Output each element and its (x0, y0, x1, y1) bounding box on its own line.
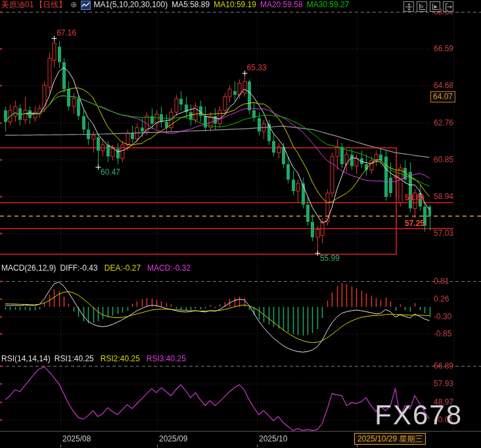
chart-header: 美原油01 【日线】 ⊕ MA1(5,10,20,30,100) MA5:58.… (1, 0, 349, 10)
y-axis-label: -0.30 (434, 312, 451, 321)
x-axis-label: 2025/10 (259, 434, 287, 443)
macd-value: MACD:-0.32 (147, 264, 191, 273)
high-price-annotation: 67.16 (57, 28, 76, 37)
chart-toolbar (403, 1, 453, 12)
pan-right-icon[interactable] (443, 1, 453, 12)
ma10-value: MA10:59.19 (214, 0, 256, 10)
x-axis-label: 2025/09 (159, 434, 187, 443)
ma30-value: MA30:59.27 (307, 0, 350, 10)
macd-dea-value: DEA:-0.27 (104, 264, 141, 273)
current-date-label: 2025/10/29 星期三 (354, 433, 426, 445)
level-label: 58.60 (405, 193, 424, 202)
y-axis-label: -0.85 (434, 329, 451, 338)
macd-title: MACD(26,12,9) (1, 264, 56, 273)
ma20-value: MA20:59.58 (260, 0, 303, 10)
y-axis-label: 62.76 (434, 118, 453, 127)
scale-y-axis-icon[interactable] (417, 1, 427, 12)
symbol-title: 美原油01 (1, 0, 34, 10)
level-label: 57.25 (405, 219, 424, 228)
x-axis-label: 2025/08 (62, 434, 91, 443)
rsi2-value: RSI2:40.25 (101, 355, 140, 363)
add-indicator-icon[interactable]: ⊕ (70, 0, 77, 10)
mini-chart-icon[interactable] (81, 1, 91, 10)
ma5-value: MA5:58.89 (172, 0, 210, 10)
macd-diff-value: DIFF:-0.43 (60, 264, 97, 273)
watermark: FX678 (375, 399, 463, 431)
low-price-annotation: 60.47 (101, 168, 120, 177)
scale-x-axis-icon[interactable] (430, 1, 440, 12)
y-axis-label: 0.81 (434, 277, 449, 286)
boxed-price-label: 64.07 (430, 91, 455, 102)
y-axis-label: 0.26 (434, 294, 449, 303)
y-axis-label: 60.85 (434, 155, 453, 164)
high-price-annotation: 65.33 (247, 63, 267, 72)
move-icon[interactable] (403, 1, 414, 12)
y-axis-label: 58.94 (434, 192, 453, 201)
trading-chart-window: 美原油01 【日线】 ⊕ MA1(5,10,20,30,100) MA5:58.… (0, 0, 481, 448)
rsi-title: RSI(14,14,14) (1, 355, 51, 363)
y-axis-label: 57.03 (434, 229, 453, 238)
period-selector[interactable]: 【日线】 (35, 0, 66, 10)
y-axis-label: 66.59 (434, 44, 453, 53)
y-axis-label: 64.68 (434, 81, 453, 90)
y-axis-label: 57.93 (434, 379, 453, 388)
low-price-annotation: 55.99 (320, 254, 340, 263)
x-axis: 2025/082025/092025/102025/10/29 星期三 (0, 431, 481, 448)
macd-header: MACD(26,12,9) DIFF:-0.43 DEA:-0.27 MACD:… (1, 264, 191, 273)
y-axis-label: 66.89 (434, 361, 453, 370)
rsi1-value: RSI1:40.25 (55, 355, 94, 363)
rsi3-value: RSI3:40.25 (147, 355, 186, 363)
rsi-header: RSI(14,14,14) RSI1:40.25 RSI2:40.25 RSI3… (1, 355, 186, 363)
ma-indicator-label: MA1(5,10,20,30,100) (93, 0, 168, 10)
